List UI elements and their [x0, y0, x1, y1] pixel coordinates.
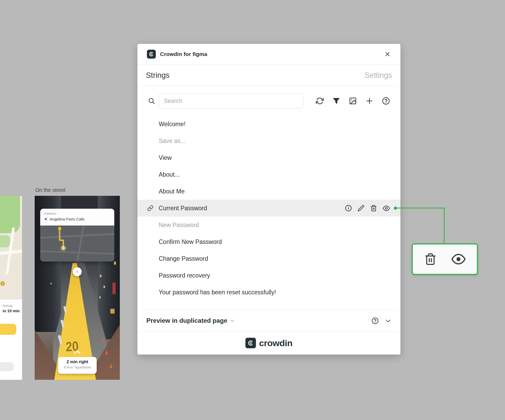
mini-map-area: [0, 196, 22, 300]
strings-toolbar: [137, 86, 400, 116]
arrival-card: Arrival in 15 min: [0, 300, 22, 380]
delete-icon: [424, 253, 437, 265]
primary-action-button: [0, 324, 16, 335]
window-title: Crowdin for figma: [160, 51, 207, 57]
help-icon[interactable]: [382, 97, 390, 105]
string-label: Save as...: [159, 137, 185, 145]
close-route-button[interactable]: [73, 267, 82, 276]
window-light: [50, 283, 52, 285]
preview-mode-button[interactable]: Preview in duplicated page: [146, 317, 227, 324]
string-label: Current Password: [159, 205, 207, 212]
address-label: Address: [44, 212, 111, 216]
address-value: Angelina Paris Cafe: [50, 217, 85, 221]
string-row[interactable]: View: [137, 149, 400, 166]
secondary-action-button: [0, 362, 14, 371]
frame-title[interactable]: On the street: [35, 187, 66, 193]
map-pin-icon: [1, 281, 5, 286]
screenshot-icon[interactable]: [349, 97, 357, 105]
search-input[interactable]: [159, 94, 303, 109]
map-park-shape: [0, 196, 20, 233]
address-card-header: Address Angelina Paris Cafe: [40, 209, 114, 226]
strings-list: Welcome! Save as... View: [137, 116, 400, 301]
string-row[interactable]: Current Password: [137, 200, 400, 217]
close-icon: [75, 270, 79, 274]
window-light: [99, 296, 101, 299]
plugin-tabbar: Strings Settings: [137, 65, 400, 86]
crowdin-plugin-window: Crowdin for figma Strings Settings Wel: [137, 44, 400, 355]
search-icon: [148, 97, 155, 105]
figma-canvas: Arrival in 15 min On the street: [0, 0, 505, 420]
string-label: New Password: [159, 222, 199, 229]
street-sign: [110, 309, 115, 314]
string-row[interactable]: Save as...: [137, 132, 400, 149]
direction-street: 6 Rue Tiquetonne: [58, 365, 97, 369]
string-row[interactable]: New Password: [137, 217, 400, 233]
string-row[interactable]: Welcome!: [137, 116, 400, 132]
tab-settings[interactable]: Settings: [364, 71, 392, 80]
direction-instruction: 2 min right: [58, 360, 97, 364]
window-light: [100, 275, 101, 277]
string-row[interactable]: Your password has been reset successfull…: [137, 284, 400, 301]
visibility-icon[interactable]: [383, 205, 390, 212]
arrival-label: Arrival: [0, 300, 22, 308]
add-string-icon[interactable]: [365, 97, 373, 105]
string-label: About...: [159, 171, 179, 178]
frame-map-mini[interactable]: Arrival in 15 min: [0, 196, 22, 380]
crowdin-logo-icon: [147, 50, 156, 59]
route-line: [40, 226, 114, 262]
visibility-icon: [451, 252, 466, 266]
preview-help-icon[interactable]: [372, 317, 379, 324]
destination-pin-icon: [58, 227, 61, 231]
string-row[interactable]: About...: [137, 166, 400, 183]
annotation-connector-line: [444, 208, 445, 243]
address-card: Address Angelina Paris Cafe: [40, 209, 114, 262]
string-row[interactable]: Password recovery: [137, 267, 400, 284]
current-location-dot: [62, 247, 65, 250]
window-light: [104, 286, 105, 288]
navigation-arrow-icon: [44, 217, 48, 221]
map-park-shape: [0, 235, 11, 247]
arrival-value: in 15 min: [0, 308, 22, 313]
route-distance-number: 20: [65, 339, 79, 355]
plugin-header: Crowdin for figma: [137, 44, 400, 65]
plugin-footer: crowdin: [137, 331, 400, 355]
frame-on-the-street[interactable]: 20 Address Angelina Paris Cafe: [35, 196, 120, 380]
string-label: About Me: [159, 188, 184, 195]
string-label: Confirm New Password: [159, 238, 222, 245]
preview-bar: Preview in duplicated page: [137, 310, 400, 331]
filter-icon[interactable]: [332, 97, 340, 105]
string-label: Change Password: [159, 255, 208, 262]
string-row[interactable]: Change Password: [137, 250, 400, 267]
crowdin-logo-icon[interactable]: [245, 338, 256, 348]
chevron-down-icon[interactable]: [230, 318, 235, 323]
direction-card: 2 min right 6 Rue Tiquetonne: [58, 357, 97, 374]
link-icon: [147, 205, 153, 211]
crowdin-wordmark[interactable]: crowdin: [259, 338, 292, 348]
close-icon: [384, 51, 391, 58]
address-mini-map: [40, 226, 114, 262]
annotation-connector-line: [395, 208, 445, 208]
string-label: Your password has been reset successfull…: [159, 289, 276, 296]
collapse-chevron-icon[interactable]: [385, 317, 391, 324]
window-light: [114, 262, 116, 265]
string-row[interactable]: Confirm New Password: [137, 233, 400, 250]
tab-strings[interactable]: Strings: [146, 71, 169, 80]
string-label: View: [159, 154, 172, 161]
string-row[interactable]: About Me: [137, 183, 400, 200]
street-sign: [112, 283, 116, 294]
edit-icon[interactable]: [358, 205, 364, 212]
delete-icon[interactable]: [370, 205, 377, 212]
actions-callout: [412, 243, 478, 275]
close-plugin-button[interactable]: [384, 51, 391, 58]
string-label: Password recovery: [159, 272, 210, 279]
refresh-icon[interactable]: [316, 97, 324, 105]
string-label: Welcome!: [159, 121, 185, 128]
info-icon[interactable]: [345, 205, 352, 212]
